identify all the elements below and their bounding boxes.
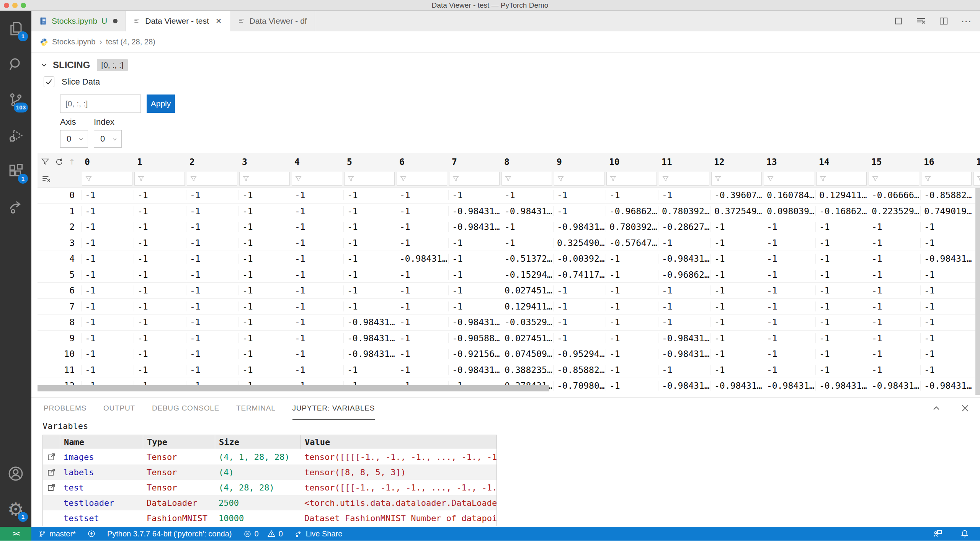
sort-up-icon[interactable]: ↑: [69, 158, 75, 166]
table-cell[interactable]: -1: [868, 317, 920, 327]
table-cell[interactable]: -1: [448, 301, 501, 311]
table-cell[interactable]: -0.98431…: [763, 381, 815, 391]
table-cell[interactable]: -1: [186, 190, 238, 200]
table-cell[interactable]: -1: [920, 333, 973, 343]
table-cell[interactable]: -1: [868, 365, 920, 375]
table-cell[interactable]: -1: [815, 333, 868, 343]
python-interpreter-item[interactable]: Python 3.7.7 64-bit ('pytorch': conda): [107, 530, 232, 538]
split-editor-icon[interactable]: [939, 16, 949, 26]
table-cell[interactable]: -1: [553, 333, 606, 343]
table-cell[interactable]: -1: [81, 254, 134, 264]
table-cell[interactable]: -1: [658, 238, 710, 248]
table-cell[interactable]: -1: [343, 254, 396, 264]
table-cell[interactable]: -0.98431…: [448, 317, 501, 327]
column-filter-input[interactable]: [973, 172, 980, 186]
table-cell[interactable]: -1: [238, 222, 291, 232]
column-header[interactable]: 16: [920, 157, 973, 167]
table-cell[interactable]: -0.51372…: [501, 254, 553, 264]
table-cell[interactable]: -1: [710, 365, 763, 375]
table-cell[interactable]: -1: [134, 365, 186, 375]
table-cell[interactable]: -1: [343, 365, 396, 375]
column-header[interactable]: 4: [291, 157, 343, 167]
panel-tab-jupyter-variables[interactable]: JUPYTER: VARIABLES: [292, 398, 375, 420]
table-cell[interactable]: -1: [710, 254, 763, 264]
table-cell[interactable]: -1: [134, 349, 186, 359]
table-cell[interactable]: -1: [815, 365, 868, 375]
table-cell[interactable]: -1: [291, 349, 343, 359]
table-cell[interactable]: -0.16862…: [815, 206, 868, 216]
table-cell[interactable]: -1: [710, 317, 763, 327]
table-cell[interactable]: -1: [606, 333, 658, 343]
table-cell[interactable]: -0.98431…: [710, 381, 763, 391]
table-cell[interactable]: -1: [606, 254, 658, 264]
table-cell[interactable]: -1: [920, 301, 973, 311]
table-cell[interactable]: -0.98431…: [920, 254, 973, 264]
variables-header-type[interactable]: Type: [143, 435, 215, 449]
column-header[interactable]: 6: [396, 157, 448, 167]
table-cell[interactable]: -1: [606, 381, 658, 391]
table-cell[interactable]: -1: [291, 285, 343, 295]
column-filter-input[interactable]: [606, 172, 657, 186]
table-cell[interactable]: -1: [238, 349, 291, 359]
table-cell[interactable]: -0.98431…: [920, 381, 973, 391]
table-cell[interactable]: -1: [81, 222, 134, 232]
table-cell[interactable]: -1: [868, 349, 920, 359]
table-cell[interactable]: -1: [553, 317, 606, 327]
table-cell[interactable]: -1: [815, 254, 868, 264]
table-cell[interactable]: -1: [868, 238, 920, 248]
table-cell[interactable]: -1: [763, 285, 815, 295]
table-cell[interactable]: -1: [396, 301, 448, 311]
table-cell[interactable]: 0.098039…: [763, 206, 815, 216]
variable-row[interactable]: imagesTensor(4, 1, 28, 28)tensor([[[[-1.…: [43, 449, 497, 464]
table-cell[interactable]: -1: [186, 222, 238, 232]
table-cell[interactable]: -0.92156…: [448, 349, 501, 359]
table-cell[interactable]: -1: [396, 333, 448, 343]
table-cell[interactable]: -0.98431…: [448, 206, 501, 216]
slice-expression-input[interactable]: [60, 95, 141, 113]
panel-tab-output[interactable]: OUTPUT: [103, 398, 135, 420]
table-cell[interactable]: -0.98431…: [448, 365, 501, 375]
table-cell[interactable]: 0.027451…: [501, 285, 553, 295]
table-cell[interactable]: -1: [658, 317, 710, 327]
table-cell[interactable]: -1: [291, 317, 343, 327]
filter-funnel-icon[interactable]: [41, 157, 50, 166]
table-cell[interactable]: -1: [291, 270, 343, 280]
table-cell[interactable]: -1: [343, 206, 396, 216]
table-cell[interactable]: -0.57647…: [606, 238, 658, 248]
column-header[interactable]: 13: [763, 157, 815, 167]
sidebar-item-run-debug[interactable]: [0, 117, 31, 153]
table-cell[interactable]: -0.98431…: [343, 317, 396, 327]
sidebar-item-source-control[interactable]: 103: [0, 82, 31, 117]
table-cell[interactable]: -1: [186, 333, 238, 343]
sidebar-item-live-share[interactable]: [0, 189, 31, 224]
table-cell[interactable]: -0.00392…: [553, 254, 606, 264]
table-cell[interactable]: -1: [868, 254, 920, 264]
table-cell[interactable]: -1: [291, 254, 343, 264]
table-cell[interactable]: -1: [606, 301, 658, 311]
sync-icon[interactable]: [87, 530, 96, 538]
table-cell[interactable]: -1: [238, 365, 291, 375]
table-cell[interactable]: -1: [186, 206, 238, 216]
table-cell[interactable]: -0.15294…: [501, 270, 553, 280]
table-cell[interactable]: -0.98431…: [343, 333, 396, 343]
table-cell[interactable]: -1: [186, 270, 238, 280]
column-header[interactable]: 8: [501, 157, 553, 167]
table-cell[interactable]: -1: [448, 254, 501, 264]
table-cell[interactable]: -0.90588…: [448, 333, 501, 343]
tab-stocks-ipynb[interactable]: Stocks.ipynb U: [31, 11, 126, 31]
table-cell[interactable]: 0.027451…: [501, 333, 553, 343]
chevron-up-icon[interactable]: [931, 403, 942, 414]
table-cell[interactable]: -1: [186, 301, 238, 311]
table-cell[interactable]: -1: [658, 285, 710, 295]
column-filter-input[interactable]: [554, 172, 604, 186]
table-cell[interactable]: -0.98431…: [343, 349, 396, 359]
table-cell[interactable]: -1: [396, 190, 448, 200]
table-cell[interactable]: -1: [186, 365, 238, 375]
table-cell[interactable]: 0.223529…: [868, 206, 920, 216]
column-header[interactable]: 2: [186, 157, 238, 167]
table-cell[interactable]: -1: [134, 317, 186, 327]
sidebar-item-settings[interactable]: ⚙ 1: [0, 491, 31, 527]
table-cell[interactable]: -1: [134, 238, 186, 248]
table-cell[interactable]: -1: [238, 270, 291, 280]
table-cell[interactable]: -1: [238, 333, 291, 343]
